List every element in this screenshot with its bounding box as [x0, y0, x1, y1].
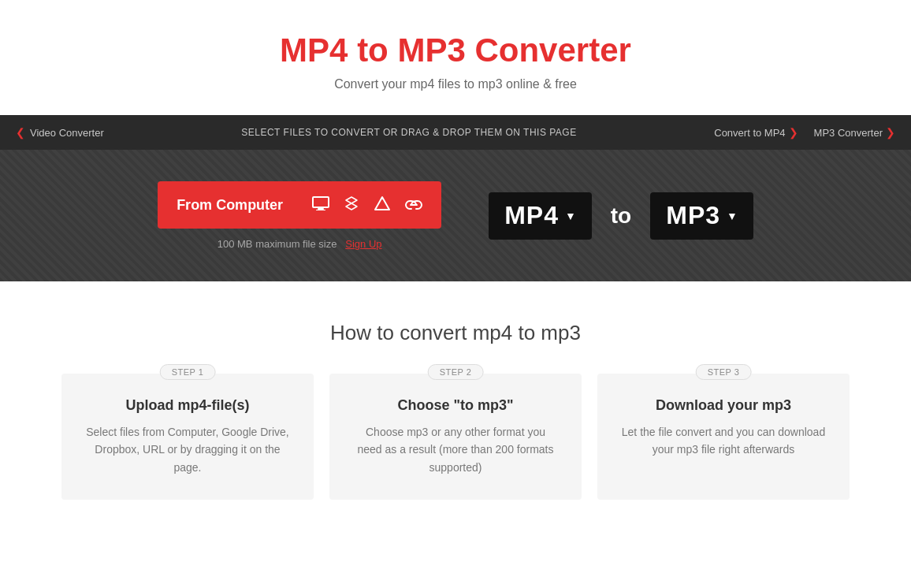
step-1-desc: Select files from Computer, Google Drive… — [85, 423, 290, 476]
format-from-button[interactable]: MP4 ▼ — [489, 192, 592, 240]
steps-container: STEP 1 Upload mp4-file(s) Select files f… — [32, 374, 879, 500]
step-1-title: Upload mp4-file(s) — [85, 397, 290, 414]
svg-rect-2 — [316, 210, 325, 210]
format-to-text: to — [604, 203, 638, 229]
step-3-desc: Let the file convert and you can downloa… — [621, 423, 826, 459]
dropbox-icon — [344, 195, 359, 215]
nav-video-converter-link[interactable]: Video Converter — [30, 127, 104, 139]
format-from-label: MP4 — [504, 201, 559, 230]
format-to-button[interactable]: MP3 ▼ — [650, 192, 753, 240]
mp3-chevron-icon: ❯ — [886, 126, 895, 139]
step-3-badge: STEP 3 — [696, 364, 752, 380]
step-2-card: STEP 2 Choose "to mp3" Choose mp3 or any… — [329, 374, 582, 500]
how-to-title: How to convert mp4 to mp3 — [32, 321, 879, 345]
nav-left: ❮ Video Converter — [16, 126, 104, 139]
nav-right: Convert to MP4 ❯ MP3 Converter ❯ — [714, 126, 895, 139]
signup-link[interactable]: Sign Up — [345, 238, 381, 250]
header-section: MP4 to MP3 Converter Convert your mp4 fi… — [0, 0, 911, 115]
svg-marker-4 — [375, 197, 389, 210]
mp3-converter-link[interactable]: MP3 Converter ❯ — [814, 126, 895, 139]
page-title: MP4 to MP3 Converter — [16, 32, 895, 69]
nav-strip: ❮ Video Converter SELECT FILES TO CONVER… — [0, 115, 911, 150]
mp4-chevron-icon: ❯ — [789, 126, 798, 139]
upload-note: 100 MB maximum file size Sign Up — [218, 238, 382, 250]
step-2-title: Choose "to mp3" — [353, 397, 558, 414]
monitor-icon — [312, 196, 329, 214]
upload-button-label: From Computer — [177, 197, 299, 214]
link-icon — [405, 196, 422, 214]
step-1-badge: STEP 1 — [160, 364, 216, 380]
svg-rect-1 — [318, 208, 324, 210]
page-subtitle: Convert your mp4 files to mp3 online & f… — [16, 77, 895, 91]
nav-center-text: SELECT FILES TO CONVERT OR DRAG & DROP T… — [104, 127, 715, 138]
svg-rect-0 — [313, 197, 329, 207]
step-3-card: STEP 3 Download your mp3 Let the file co… — [597, 374, 850, 500]
converter-main: From Computer — [0, 150, 911, 281]
step-1-card: STEP 1 Upload mp4-file(s) Select files f… — [61, 374, 314, 500]
svg-marker-3 — [346, 197, 357, 210]
format-to-label: MP3 — [666, 201, 720, 230]
step-3-title: Download your mp3 — [621, 397, 826, 414]
converter-bar: ❮ Video Converter SELECT FILES TO CONVER… — [0, 115, 911, 281]
nav-left-chevron: ❮ — [16, 126, 25, 139]
drive-icon — [374, 195, 391, 215]
upload-icons — [312, 195, 422, 215]
format-from-arrow: ▼ — [565, 210, 576, 222]
convert-to-mp4-link[interactable]: Convert to MP4 ❯ — [714, 126, 798, 139]
upload-button[interactable]: From Computer — [158, 181, 441, 229]
step-2-desc: Choose mp3 or any other format you need … — [353, 423, 558, 476]
how-to-section: How to convert mp4 to mp3 STEP 1 Upload … — [0, 281, 911, 547]
format-section: MP4 ▼ to MP3 ▼ — [489, 192, 753, 240]
step-2-badge: STEP 2 — [428, 364, 484, 380]
format-to-arrow: ▼ — [727, 210, 738, 222]
upload-section: From Computer — [158, 181, 441, 250]
